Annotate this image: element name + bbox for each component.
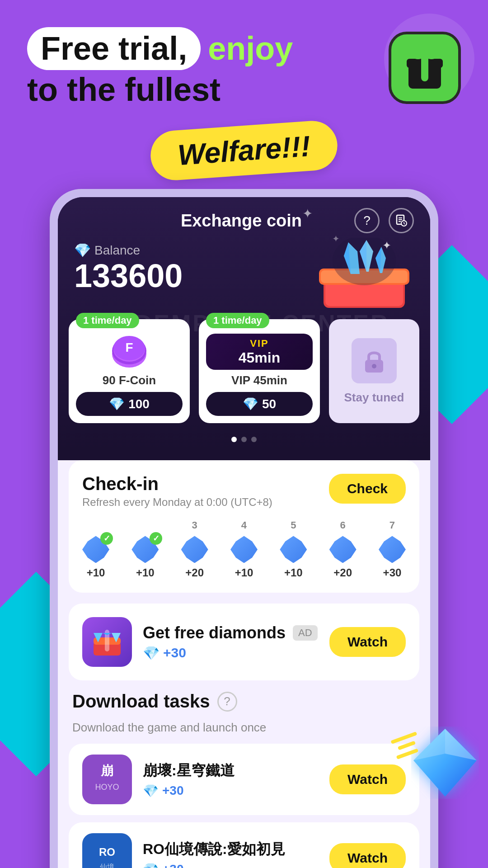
exchange-card-fcoin[interactable]: 1 time/day F 90 F-Coin xyxy=(69,319,190,423)
day-item-4: 4 +10 xyxy=(230,519,258,579)
download-subtitle: Download the game and launch once xyxy=(69,721,419,735)
day-item-5: 5 +10 xyxy=(280,519,307,579)
title-bubble: Free trial, xyxy=(27,27,201,70)
history-svg xyxy=(395,214,408,227)
exchange-title-bar: Exchange coin ? xyxy=(58,197,430,233)
game-item-2: RO 仙境 RO仙境傳說:愛如初見 💎 +30 Watch xyxy=(69,822,419,868)
phone-outer: REDEMPTION CENTER ✦ ✦ Exchange coin ? xyxy=(50,189,438,868)
gem-blue-icon-1: 💎 xyxy=(143,783,159,798)
game-reward-1: 💎 +30 xyxy=(143,783,319,798)
gem-4 xyxy=(230,536,258,563)
crystal-decoration: ✦ xyxy=(314,238,414,310)
vip-card-label: VIP 45min xyxy=(231,373,287,387)
dots-indicator xyxy=(58,437,430,449)
day-item-1: ✓ +10 xyxy=(82,519,109,579)
gem-blue-icon-2: 💎 xyxy=(143,862,159,868)
download-title: Download tasks xyxy=(72,691,210,712)
svg-text:HOYO: HOYO xyxy=(95,783,119,792)
game-info-2: RO仙境傳說:愛如初見 💎 +30 xyxy=(143,840,319,868)
welfare-text: Welfare!!! xyxy=(177,130,311,171)
fcoin-svg: F xyxy=(109,334,150,370)
header: Free trial, enjoy to the fullest xyxy=(0,0,488,117)
phone-inner: REDEMPTION CENTER ✦ ✦ Exchange coin ? xyxy=(58,197,430,868)
game-icon-1: 崩 HOYO xyxy=(82,755,132,804)
svg-text:✦: ✦ xyxy=(382,239,391,251)
gem-6 xyxy=(329,536,357,563)
game1-icon-svg: 崩 HOYO xyxy=(82,755,132,804)
app-icon[interactable] xyxy=(389,32,461,104)
svg-marker-34 xyxy=(103,633,112,635)
fcoin-label: 90 F-Coin xyxy=(103,373,156,387)
day-reward-6: +20 xyxy=(333,566,352,579)
checkin-header: Check-in Refresh every Monday at 0:00 (U… xyxy=(82,474,406,509)
help-icon[interactable]: ? xyxy=(354,208,380,233)
exchange-title: Exchange coin xyxy=(128,211,354,231)
checkmark-1: ✓ xyxy=(100,532,113,545)
fcoin-price-btn[interactable]: 💎 100 xyxy=(76,392,183,416)
game-icon-2: RO 仙境 xyxy=(82,833,132,868)
diamonds-box-svg xyxy=(91,626,123,658)
checkin-subtitle: Refresh every Monday at 0:00 (UTC+8) xyxy=(82,496,272,509)
day-reward-3: +20 xyxy=(185,566,204,579)
svg-text:崩: 崩 xyxy=(100,764,113,778)
svg-point-28 xyxy=(372,364,376,368)
checkmark-2: ✓ xyxy=(150,532,162,545)
day-reward-5: +10 xyxy=(284,566,303,579)
gift-box-icon xyxy=(402,45,447,90)
question-icon[interactable]: ? xyxy=(217,692,237,712)
exchange-icons: ? xyxy=(354,208,414,233)
dot-2 xyxy=(241,437,247,442)
day-reward-2: +10 xyxy=(136,566,155,579)
svg-rect-35 xyxy=(82,755,132,804)
exchange-items: 1 time/day F 90 F-Coin xyxy=(58,310,430,437)
day-num-4: 4 xyxy=(241,519,247,532)
game2-watch-button[interactable]: Watch xyxy=(329,843,406,868)
diamonds-info: Get free diamonds AD 💎 +30 xyxy=(143,623,319,661)
day-reward-4: +10 xyxy=(235,566,253,579)
history-icon[interactable] xyxy=(389,208,414,233)
game-reward-amount-2: +30 xyxy=(162,862,184,868)
fcoin-image: F xyxy=(107,334,152,370)
content-area: Check-in Refresh every Monday at 0:00 (U… xyxy=(58,460,430,868)
day-num-3: 3 xyxy=(192,519,197,532)
fcoin-price: 100 xyxy=(128,397,150,411)
free-diamonds-section: Get free diamonds AD 💎 +30 Watch xyxy=(69,604,419,680)
game-reward-amount-1: +30 xyxy=(162,783,184,798)
day-gem-wrap-2: ✓ xyxy=(131,536,159,563)
gem-3 xyxy=(181,536,208,563)
exchange-header: REDEMPTION CENTER ✦ ✦ Exchange coin ? xyxy=(58,197,430,449)
watch-ad-button[interactable]: Watch xyxy=(329,627,406,657)
checkin-title: Check-in xyxy=(82,474,272,494)
title-part1: Free trial, xyxy=(41,30,187,66)
lock-box xyxy=(352,338,397,383)
vip-time: 45min xyxy=(239,349,280,366)
diamonds-reward: 💎 +30 xyxy=(143,645,319,661)
gem-blue-icon: 💎 xyxy=(143,645,160,661)
svg-text:仙境: 仙境 xyxy=(100,863,114,868)
vip-price-btn[interactable]: 💎 50 xyxy=(206,392,313,416)
vip-label: VIP xyxy=(250,338,268,349)
dot-3 xyxy=(251,437,257,442)
game-item-1: 崩 HOYO 崩壞:星穹鐵道 💎 +30 Watch xyxy=(69,744,419,815)
balance-amount: 133600 xyxy=(74,258,183,294)
checkin-section: Check-in Refresh every Monday at 0:00 (U… xyxy=(69,460,419,593)
time-badge-1: 1 time/day xyxy=(76,313,139,328)
gem-5 xyxy=(280,536,307,563)
check-button[interactable]: Check xyxy=(329,474,406,504)
vip-card-inner: VIP 45min xyxy=(206,334,313,370)
day-gem-wrap-1: ✓ xyxy=(82,536,109,563)
day-item-3: 3 +20 xyxy=(181,519,208,579)
game1-watch-button[interactable]: Watch xyxy=(329,764,406,794)
game-name-2: RO仙境傳說:愛如初見 xyxy=(143,840,319,859)
download-tasks-section: Download tasks ? Download the game and l… xyxy=(69,691,419,868)
svg-text:RO: RO xyxy=(99,846,115,858)
checkin-days: ✓ +10 ✓ +10 xyxy=(82,519,406,579)
day-item-2: ✓ +10 xyxy=(131,519,159,579)
diamonds-title: Get free diamonds xyxy=(143,623,286,642)
lock-icon xyxy=(361,347,388,374)
balance-diamond-icon: 💎 xyxy=(74,242,91,258)
game2-icon-svg: RO 仙境 xyxy=(82,833,132,868)
exchange-card-vip[interactable]: 1 time/day VIP 45min VIP 45min 💎 50 xyxy=(199,319,320,423)
diamonds-reward-amount: +30 xyxy=(163,645,186,660)
title-line2: to the fullest xyxy=(27,72,389,108)
